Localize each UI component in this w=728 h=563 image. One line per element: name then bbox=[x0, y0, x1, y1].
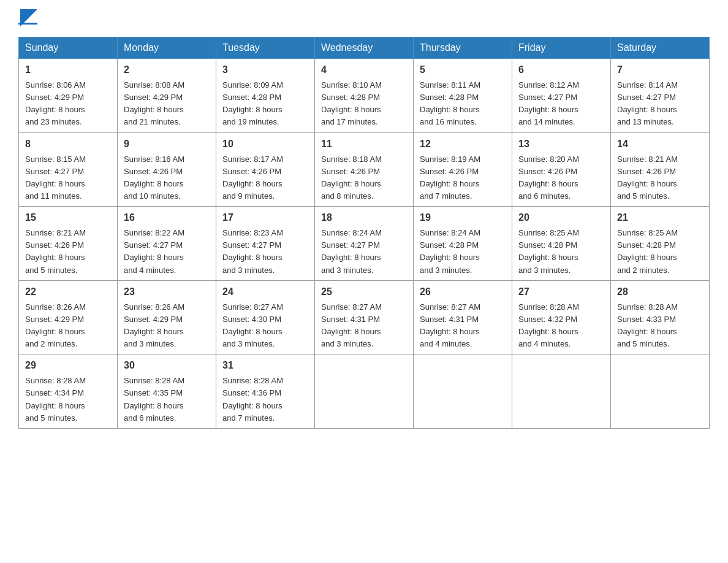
day-number: 27 bbox=[518, 285, 604, 299]
day-info: Sunrise: 8:23 AMSunset: 4:27 PMDaylight:… bbox=[222, 227, 308, 277]
calendar-cell: 14Sunrise: 8:21 AMSunset: 4:26 PMDayligh… bbox=[611, 132, 710, 207]
day-number: 4 bbox=[321, 63, 407, 77]
day-number: 9 bbox=[124, 137, 210, 151]
day-number: 26 bbox=[420, 285, 506, 299]
calendar-cell: 15Sunrise: 8:21 AMSunset: 4:26 PMDayligh… bbox=[19, 207, 118, 281]
day-number: 7 bbox=[617, 63, 703, 77]
day-number: 18 bbox=[321, 210, 407, 225]
calendar-cell bbox=[611, 354, 710, 429]
calendar-cell: 24Sunrise: 8:27 AMSunset: 4:30 PMDayligh… bbox=[216, 280, 315, 354]
day-info: Sunrise: 8:18 AMSunset: 4:26 PMDaylight:… bbox=[321, 153, 407, 203]
calendar-cell: 1Sunrise: 8:06 AMSunset: 4:29 PMDaylight… bbox=[19, 59, 118, 133]
calendar-week-3: 15Sunrise: 8:21 AMSunset: 4:26 PMDayligh… bbox=[19, 207, 710, 281]
day-number: 8 bbox=[25, 137, 111, 151]
day-info: Sunrise: 8:28 AMSunset: 4:33 PMDaylight:… bbox=[617, 301, 703, 351]
day-info: Sunrise: 8:25 AMSunset: 4:28 PMDaylight:… bbox=[518, 227, 604, 277]
day-info: Sunrise: 8:14 AMSunset: 4:27 PMDaylight:… bbox=[617, 79, 703, 129]
calendar-cell: 5Sunrise: 8:11 AMSunset: 4:28 PMDaylight… bbox=[414, 59, 512, 133]
day-number: 17 bbox=[222, 210, 308, 225]
day-number: 16 bbox=[124, 210, 210, 225]
day-info: Sunrise: 8:20 AMSunset: 4:26 PMDaylight:… bbox=[518, 153, 604, 203]
day-info: Sunrise: 8:21 AMSunset: 4:26 PMDaylight:… bbox=[617, 153, 703, 203]
calendar-cell: 3Sunrise: 8:09 AMSunset: 4:28 PMDaylight… bbox=[216, 59, 315, 133]
calendar-cell bbox=[414, 354, 512, 429]
calendar-cell: 10Sunrise: 8:17 AMSunset: 4:26 PMDayligh… bbox=[216, 132, 315, 207]
day-number: 22 bbox=[25, 285, 111, 299]
calendar-cell: 8Sunrise: 8:15 AMSunset: 4:27 PMDaylight… bbox=[19, 132, 118, 207]
day-info: Sunrise: 8:28 AMSunset: 4:34 PMDaylight:… bbox=[25, 375, 111, 424]
calendar-cell: 4Sunrise: 8:10 AMSunset: 4:28 PMDaylight… bbox=[315, 59, 414, 133]
weekday-header-wednesday: Wednesday bbox=[315, 37, 414, 59]
weekday-header-thursday: Thursday bbox=[414, 37, 512, 59]
calendar-cell: 21Sunrise: 8:25 AMSunset: 4:28 PMDayligh… bbox=[611, 207, 710, 281]
weekday-header-tuesday: Tuesday bbox=[216, 37, 315, 59]
day-number: 15 bbox=[25, 210, 111, 225]
calendar-week-1: 1Sunrise: 8:06 AMSunset: 4:29 PMDaylight… bbox=[19, 59, 710, 133]
weekday-header-row: SundayMondayTuesdayWednesdayThursdayFrid… bbox=[19, 37, 710, 59]
calendar-cell bbox=[315, 354, 414, 429]
day-info: Sunrise: 8:27 AMSunset: 4:30 PMDaylight:… bbox=[222, 301, 308, 351]
calendar-cell: 2Sunrise: 8:08 AMSunset: 4:29 PMDaylight… bbox=[118, 59, 216, 133]
day-number: 24 bbox=[222, 285, 308, 299]
day-info: Sunrise: 8:08 AMSunset: 4:29 PMDaylight:… bbox=[124, 79, 210, 129]
calendar-cell: 12Sunrise: 8:19 AMSunset: 4:26 PMDayligh… bbox=[414, 132, 512, 207]
day-info: Sunrise: 8:19 AMSunset: 4:26 PMDaylight:… bbox=[420, 153, 506, 203]
weekday-header-saturday: Saturday bbox=[611, 37, 710, 59]
day-info: Sunrise: 8:28 AMSunset: 4:36 PMDaylight:… bbox=[222, 375, 308, 424]
day-info: Sunrise: 8:06 AMSunset: 4:29 PMDaylight:… bbox=[25, 79, 111, 129]
day-info: Sunrise: 8:28 AMSunset: 4:32 PMDaylight:… bbox=[518, 301, 604, 351]
calendar-cell: 6Sunrise: 8:12 AMSunset: 4:27 PMDaylight… bbox=[512, 59, 611, 133]
calendar-week-2: 8Sunrise: 8:15 AMSunset: 4:27 PMDaylight… bbox=[19, 132, 710, 207]
day-number: 11 bbox=[321, 137, 407, 151]
calendar-cell bbox=[512, 354, 611, 429]
day-number: 2 bbox=[124, 63, 210, 77]
calendar-cell: 26Sunrise: 8:27 AMSunset: 4:31 PMDayligh… bbox=[414, 280, 512, 354]
day-info: Sunrise: 8:12 AMSunset: 4:27 PMDaylight:… bbox=[518, 79, 604, 129]
day-number: 3 bbox=[222, 63, 308, 77]
calendar-cell: 20Sunrise: 8:25 AMSunset: 4:28 PMDayligh… bbox=[512, 207, 611, 281]
day-number: 1 bbox=[25, 63, 111, 77]
calendar-cell: 19Sunrise: 8:24 AMSunset: 4:28 PMDayligh… bbox=[414, 207, 512, 281]
calendar-table: SundayMondayTuesdayWednesdayThursdayFrid… bbox=[18, 37, 710, 429]
day-info: Sunrise: 8:22 AMSunset: 4:27 PMDaylight:… bbox=[124, 227, 210, 277]
calendar-cell: 9Sunrise: 8:16 AMSunset: 4:26 PMDaylight… bbox=[118, 132, 216, 207]
day-info: Sunrise: 8:26 AMSunset: 4:29 PMDaylight:… bbox=[124, 301, 210, 351]
day-info: Sunrise: 8:26 AMSunset: 4:29 PMDaylight:… bbox=[25, 301, 111, 351]
day-number: 10 bbox=[222, 137, 308, 151]
calendar-cell: 18Sunrise: 8:24 AMSunset: 4:27 PMDayligh… bbox=[315, 207, 414, 281]
day-info: Sunrise: 8:09 AMSunset: 4:28 PMDaylight:… bbox=[222, 79, 308, 129]
day-number: 28 bbox=[617, 285, 703, 299]
calendar-cell: 17Sunrise: 8:23 AMSunset: 4:27 PMDayligh… bbox=[216, 207, 315, 281]
calendar-cell: 28Sunrise: 8:28 AMSunset: 4:33 PMDayligh… bbox=[611, 280, 710, 354]
day-number: 19 bbox=[420, 210, 506, 225]
day-number: 13 bbox=[518, 137, 604, 151]
calendar-cell: 31Sunrise: 8:28 AMSunset: 4:36 PMDayligh… bbox=[216, 354, 315, 429]
calendar-cell: 22Sunrise: 8:26 AMSunset: 4:29 PMDayligh… bbox=[19, 280, 118, 354]
day-number: 14 bbox=[617, 137, 703, 151]
day-number: 21 bbox=[617, 210, 703, 225]
day-info: Sunrise: 8:21 AMSunset: 4:26 PMDaylight:… bbox=[25, 227, 111, 277]
logo bbox=[18, 12, 37, 25]
calendar-cell: 25Sunrise: 8:27 AMSunset: 4:31 PMDayligh… bbox=[315, 280, 414, 354]
calendar-cell: 7Sunrise: 8:14 AMSunset: 4:27 PMDaylight… bbox=[611, 59, 710, 133]
day-info: Sunrise: 8:17 AMSunset: 4:26 PMDaylight:… bbox=[222, 153, 308, 203]
day-number: 29 bbox=[25, 358, 111, 373]
day-number: 30 bbox=[124, 358, 210, 373]
day-number: 25 bbox=[321, 285, 407, 299]
weekday-header-friday: Friday bbox=[512, 37, 611, 59]
day-info: Sunrise: 8:25 AMSunset: 4:28 PMDaylight:… bbox=[617, 227, 703, 277]
day-info: Sunrise: 8:16 AMSunset: 4:26 PMDaylight:… bbox=[124, 153, 210, 203]
day-number: 23 bbox=[124, 285, 210, 299]
calendar-cell: 27Sunrise: 8:28 AMSunset: 4:32 PMDayligh… bbox=[512, 280, 611, 354]
page-header bbox=[18, 12, 710, 25]
weekday-header-sunday: Sunday bbox=[19, 37, 118, 59]
logo-underline bbox=[18, 23, 37, 25]
day-number: 31 bbox=[222, 358, 308, 373]
calendar-week-5: 29Sunrise: 8:28 AMSunset: 4:34 PMDayligh… bbox=[19, 354, 710, 429]
day-info: Sunrise: 8:24 AMSunset: 4:28 PMDaylight:… bbox=[420, 227, 506, 277]
calendar-week-4: 22Sunrise: 8:26 AMSunset: 4:29 PMDayligh… bbox=[19, 280, 710, 354]
day-info: Sunrise: 8:28 AMSunset: 4:35 PMDaylight:… bbox=[124, 375, 210, 424]
calendar-cell: 11Sunrise: 8:18 AMSunset: 4:26 PMDayligh… bbox=[315, 132, 414, 207]
day-info: Sunrise: 8:27 AMSunset: 4:31 PMDaylight:… bbox=[321, 301, 407, 351]
day-number: 20 bbox=[518, 210, 604, 225]
